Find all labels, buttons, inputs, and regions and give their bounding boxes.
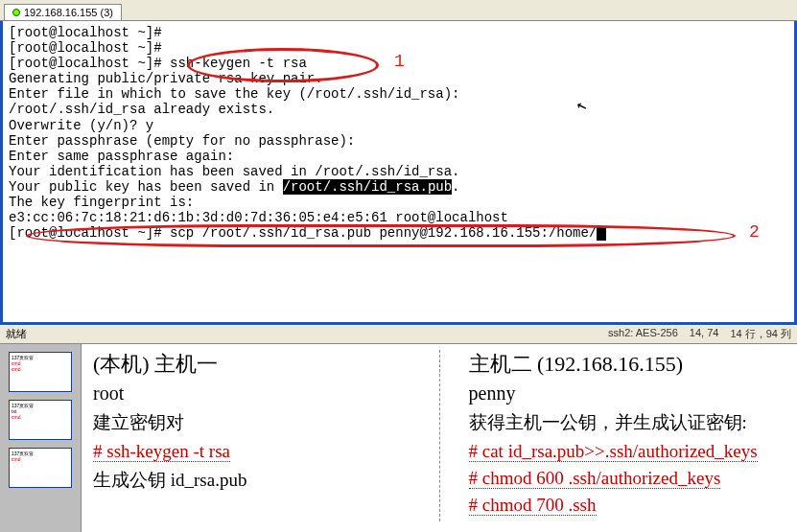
- tab-bar: 192.168.16.155 (3): [0, 0, 797, 21]
- slide-thumbnails[interactable]: 137页双冒cmdcmd 137页双冒txtcmd 137页双冒cmd: [0, 344, 82, 532]
- host1-title: (本机) 主机一: [93, 350, 410, 379]
- status-ssh: ssh2: AES-256: [608, 327, 678, 341]
- host2-title: 主机二 (192.168.16.155): [469, 350, 786, 379]
- left-column: (本机) 主机一 root 建立密钥对 # ssh-keygen -t rsa …: [93, 350, 410, 521]
- column-divider: [439, 350, 440, 521]
- host2-user: penny: [469, 382, 786, 405]
- connection-status-icon: [12, 9, 20, 16]
- mouse-cursor-icon: ↖: [574, 95, 590, 117]
- highlighted-path: /root/.ssh/id_rsa.pub: [283, 179, 452, 195]
- host2-cmd1: # cat id_rsa.pub>>.ssh/authorized_keys: [469, 441, 786, 462]
- status-pos: 14, 74: [690, 327, 719, 341]
- host1-user: root: [93, 382, 410, 405]
- host2-step1: 获得主机一公钥，并生成认证密钥:: [469, 410, 786, 435]
- annotation-label-2: 2: [749, 222, 760, 243]
- host1-step1: 建立密钥对: [93, 410, 410, 435]
- host1-cmd1: # ssh-keygen -t rsa: [93, 441, 410, 462]
- status-size: 14 行，94 列: [730, 327, 791, 341]
- annotation-label-1: 1: [394, 52, 405, 72]
- terminal-output[interactable]: [root@localhost ~]# [root@localhost ~]# …: [0, 21, 797, 325]
- host2-cmd2: # chmod 600 .ssh/authorized_keys: [469, 468, 786, 489]
- slide-content: (本机) 主机一 root 建立密钥对 # ssh-keygen -t rsa …: [82, 344, 797, 532]
- status-left: 就绪: [6, 327, 27, 341]
- terminal-tab[interactable]: 192.168.16.155 (3): [4, 4, 122, 20]
- status-bar: 就绪 ssh2: AES-256 14, 74 14 行，94 列: [0, 325, 797, 344]
- thumbnail[interactable]: 137页双冒cmdcmd: [9, 352, 72, 392]
- tab-title: 192.168.16.155 (3): [24, 7, 113, 18]
- terminal-cursor: [597, 227, 606, 241]
- host1-step2: 生成公钥 id_rsa.pub: [93, 468, 410, 493]
- thumbnail[interactable]: 137页双冒txtcmd: [9, 400, 72, 440]
- thumbnail[interactable]: 137页双冒cmd: [9, 448, 72, 488]
- host2-cmd3: # chmod 700 .ssh: [469, 495, 786, 516]
- lower-pane: 137页双冒cmdcmd 137页双冒txtcmd 137页双冒cmd (本机)…: [0, 344, 797, 532]
- right-column: 主机二 (192.168.16.155) penny 获得主机一公钥，并生成认证…: [469, 350, 786, 521]
